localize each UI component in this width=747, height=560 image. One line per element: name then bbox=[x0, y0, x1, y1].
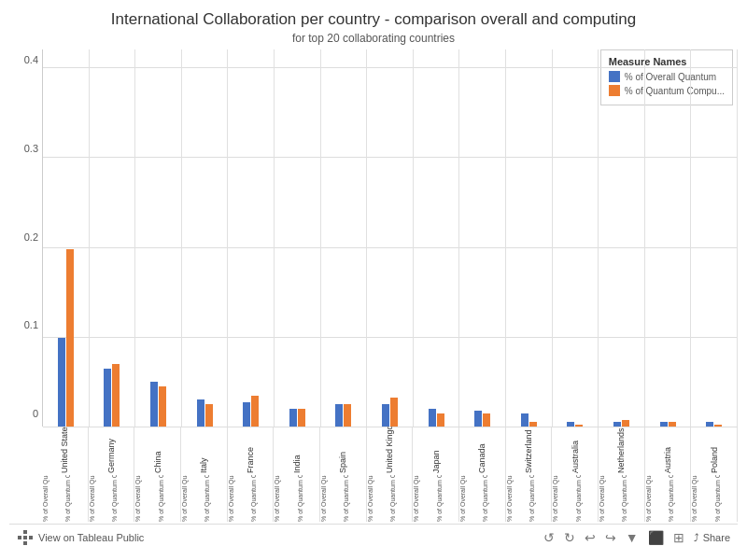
blue-bar-wrapper bbox=[567, 49, 574, 427]
expand-icon[interactable]: ⊞ bbox=[673, 530, 684, 545]
country-name-label: Canada bbox=[477, 427, 486, 473]
x-label-col: Netherlands% of Overall Quantum% of Quan… bbox=[599, 427, 645, 522]
country-name-label: Netherlands bbox=[616, 427, 626, 473]
measure-label-blue: % of Overall Quantum bbox=[645, 475, 668, 522]
download-icon[interactable]: ⬛ bbox=[648, 530, 664, 545]
blue-bar-wrapper bbox=[429, 49, 436, 427]
country-group bbox=[228, 49, 275, 427]
tableau-logo-icon bbox=[17, 529, 34, 546]
measure-pair: % of Overall Quantum% of Quantum Computi… bbox=[459, 475, 505, 522]
x-label-col: Japan% of Overall Quantum% of Quantum Co… bbox=[413, 427, 459, 522]
bars-row bbox=[275, 49, 319, 427]
country-group bbox=[553, 49, 599, 427]
measure-pair: % of Overall Quantum% of Quantum Computi… bbox=[89, 475, 134, 522]
measure-pair: % of Overall Quantum% of Quantum Computi… bbox=[413, 475, 458, 522]
orange-bar-wrapper bbox=[483, 49, 490, 427]
country-name-label: Germany bbox=[106, 427, 116, 473]
svg-rect-0 bbox=[23, 530, 27, 534]
blue-bar bbox=[429, 409, 436, 427]
orange-bar bbox=[390, 398, 398, 427]
svg-rect-3 bbox=[29, 536, 33, 539]
blue-bar-wrapper bbox=[58, 49, 65, 427]
x-label-col: India% of Overall Quantum% of Quantum Co… bbox=[274, 427, 320, 522]
blue-bar bbox=[150, 382, 158, 427]
orange-bar bbox=[159, 386, 166, 427]
y-axis: 0.40.30.20.10 bbox=[9, 49, 42, 522]
orange-bar-wrapper bbox=[205, 49, 213, 427]
share-button[interactable]: ⤴ Share bbox=[694, 532, 730, 543]
measure-pair: % of Overall Quantum% of Quantum Computi… bbox=[645, 475, 691, 522]
measure-pair: % of Overall Quantum% of Quantum Computi… bbox=[42, 475, 88, 522]
country-name-label: India bbox=[292, 427, 302, 473]
back-icon[interactable]: ↩ bbox=[585, 530, 596, 545]
measure-label-blue: % of Overall Quantum bbox=[228, 475, 250, 522]
measure-pair: % of Overall Quantum% of Quantum Computi… bbox=[506, 475, 552, 522]
blue-bar-wrapper bbox=[150, 49, 158, 427]
bars-row bbox=[646, 49, 690, 427]
bars-container bbox=[42, 49, 738, 427]
measure-label-blue: % of Overall Quantum bbox=[181, 475, 204, 522]
redo-icon[interactable]: ↻ bbox=[564, 530, 575, 545]
undo-icon[interactable]: ↺ bbox=[543, 530, 555, 545]
chart-inner: United States% of Overall Quantum% of Qu… bbox=[42, 49, 738, 522]
x-label-col: Italy% of Overall Quantum% of Quantum Co… bbox=[181, 427, 228, 522]
footer-right: ↺ ↻ ↩ ↪ ▼ ⬛ ⊞ ⤴ Share bbox=[543, 530, 730, 545]
measure-label-orange: % of Quantum Computing bbox=[529, 475, 551, 522]
bars-row bbox=[460, 49, 504, 427]
orange-bar-wrapper bbox=[251, 49, 259, 427]
x-label-col: United Kingdom% of Overall Quantum% of Q… bbox=[367, 427, 414, 522]
bars-row bbox=[91, 49, 134, 427]
orange-bar bbox=[112, 364, 120, 427]
blue-bar-wrapper bbox=[382, 49, 389, 427]
country-name-label: Switzerland bbox=[524, 427, 533, 473]
blue-bar-wrapper bbox=[613, 49, 621, 427]
country-name-label: China bbox=[153, 427, 162, 473]
bars-row bbox=[415, 49, 458, 427]
bars-row bbox=[44, 49, 88, 427]
orange-bar bbox=[205, 404, 213, 427]
y-axis-label: 0.2 bbox=[24, 231, 38, 243]
blue-bar bbox=[289, 409, 297, 427]
measure-label-orange: % of Quantum Computing bbox=[64, 475, 87, 522]
measure-label-blue: % of Overall Quantum bbox=[134, 475, 157, 522]
bars-row bbox=[183, 49, 227, 427]
orange-bar bbox=[298, 409, 305, 427]
forward-icon[interactable]: ↪ bbox=[605, 530, 616, 545]
blue-bar bbox=[104, 369, 111, 427]
y-axis-label: 0 bbox=[33, 408, 38, 419]
blue-bar-wrapper bbox=[521, 49, 529, 427]
measure-pair: % of Overall Quantum% of Quantum Computi… bbox=[228, 475, 274, 522]
country-name-label: Japan bbox=[431, 427, 441, 473]
orange-bar bbox=[66, 249, 74, 427]
bars-row bbox=[322, 49, 366, 427]
country-name-label: United Kingdom bbox=[385, 427, 394, 473]
y-axis-label: 0.1 bbox=[24, 319, 38, 330]
orange-bar bbox=[483, 413, 490, 427]
country-name-label: Austria bbox=[663, 427, 672, 473]
country-group bbox=[321, 49, 368, 427]
share-label: Share bbox=[703, 532, 730, 543]
orange-bar-wrapper bbox=[298, 49, 305, 427]
bars-row bbox=[229, 49, 273, 427]
footer-left[interactable]: View on Tableau Public bbox=[17, 529, 144, 546]
country-group bbox=[135, 49, 182, 427]
x-label-col: China% of Overall Quantum% of Quantum Co… bbox=[134, 427, 181, 522]
dropdown-icon[interactable]: ▼ bbox=[626, 530, 639, 545]
measure-label-blue: % of Overall Quantum bbox=[459, 475, 482, 522]
orange-bar-wrapper bbox=[390, 49, 398, 427]
measure-pair: % of Overall Quantum% of Quantum Computi… bbox=[181, 475, 227, 522]
x-label-col: United States% of Overall Quantum% of Qu… bbox=[42, 427, 89, 522]
countries-wrapper bbox=[43, 49, 738, 427]
measure-pair: % of Overall Quantum% of Quantum Computi… bbox=[599, 475, 644, 522]
measure-label-orange: % of Quantum Computing bbox=[714, 475, 737, 522]
blue-bar bbox=[521, 413, 529, 427]
measure-pair: % of Overall Quantum% of Quantum Computi… bbox=[134, 475, 180, 522]
blue-bar bbox=[243, 402, 250, 427]
measure-label-orange: % of Quantum Computing bbox=[158, 475, 180, 522]
main-container: International Collaboration per country … bbox=[0, 0, 747, 560]
orange-bar bbox=[437, 413, 444, 427]
view-on-tableau[interactable]: View on Tableau Public bbox=[38, 532, 144, 543]
blue-bar bbox=[58, 338, 65, 427]
measure-label-blue: % of Overall Quantum bbox=[599, 475, 621, 522]
measure-label-orange: % of Quantum Computing bbox=[111, 475, 134, 522]
